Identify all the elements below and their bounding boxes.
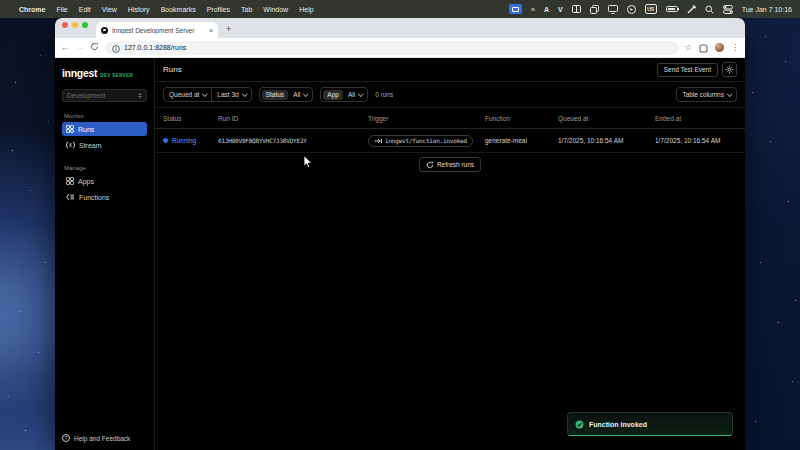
minimize-window-button[interactable]: [72, 22, 78, 28]
extensions-icon[interactable]: [699, 39, 708, 57]
back-button[interactable]: ←: [61, 43, 70, 52]
menu-bookmarks[interactable]: Bookmarks: [161, 6, 196, 13]
screen-share-indicator-icon[interactable]: [509, 4, 522, 14]
browser-menu-icon[interactable]: ⋮: [731, 43, 739, 52]
sidebar-item-apps[interactable]: Apps: [62, 174, 147, 188]
col-run-id: Run ID: [218, 115, 368, 122]
inngest-app: inngest DEV SERVER Development Monitor R…: [55, 58, 745, 450]
chevron-down-icon: [727, 91, 733, 97]
chevron-down-icon: [303, 91, 309, 97]
toast-notification: Function invoked: [567, 412, 733, 436]
spotlight-search-icon[interactable]: [705, 4, 714, 14]
sidebar-item-label: Functions: [79, 194, 109, 201]
menu-edit[interactable]: Edit: [79, 6, 91, 13]
menu-view[interactable]: View: [102, 6, 117, 13]
refresh-runs-button[interactable]: Refresh runs: [419, 157, 481, 172]
chevron-down-icon: [358, 91, 364, 97]
runs-icon: [66, 125, 74, 133]
run-status-label: Running: [172, 137, 196, 144]
status-filter-dropdown[interactable]: All: [288, 88, 312, 101]
battery-icon[interactable]: [666, 6, 678, 12]
page-title: Runs: [163, 65, 182, 74]
menu-history[interactable]: History: [128, 6, 150, 13]
help-icon: ?: [62, 434, 70, 442]
clipboard-icon[interactable]: [590, 4, 599, 14]
refresh-runs-label: Refresh runs: [437, 161, 474, 168]
time-filter-group: Queued at Last 3d: [163, 87, 252, 102]
status-filter-value: All: [293, 91, 300, 98]
site-info-icon[interactable]: [112, 39, 120, 57]
input-source-icon[interactable]: US: [645, 4, 657, 14]
app-filter-label: App: [323, 90, 343, 100]
browser-tab[interactable]: Inngest Development Server ×: [96, 22, 218, 38]
sidebar-item-label: Stream: [79, 142, 102, 149]
menubar-clock[interactable]: Tue Jan 7 10:16: [742, 6, 792, 13]
menu-profiles[interactable]: Profiles: [207, 6, 230, 13]
table-row[interactable]: Running 01JH00V0FBQ8YVHC7J38VDYE2Y innge…: [155, 129, 745, 153]
app-filter-group[interactable]: App All: [320, 87, 368, 102]
chevrons-menu-icon[interactable]: »: [531, 4, 535, 14]
col-status: Status: [163, 115, 218, 122]
control-center-icon[interactable]: [723, 4, 733, 14]
time-range-dropdown[interactable]: Last 3d: [211, 88, 250, 101]
chevron-down-icon: [202, 91, 208, 97]
table-columns-dropdown[interactable]: Table columns: [676, 87, 737, 102]
menu-chrome[interactable]: Chrome: [19, 6, 45, 13]
chrome-window: Inngest Development Server × + ← → 127.0…: [55, 18, 745, 450]
window-tiling-icon[interactable]: [572, 4, 581, 14]
zoom-window-button[interactable]: [82, 22, 88, 28]
sidebar-item-label: Apps: [78, 178, 94, 185]
menu-tab[interactable]: Tab: [241, 6, 252, 13]
run-id: 01JH00V0FBQ8YVHC7J38VDYE2Y: [218, 137, 368, 144]
success-check-icon: [575, 420, 584, 429]
menu-file[interactable]: File: [56, 6, 67, 13]
macos-menubar: Chrome File Edit View History Bookmarks …: [0, 0, 800, 18]
send-test-event-button[interactable]: Send Test Event: [657, 63, 718, 77]
time-field-value: Queued at: [169, 91, 199, 98]
trigger-name: inngest/function.invoked: [385, 137, 467, 144]
menu-window[interactable]: Window: [263, 6, 288, 13]
close-window-button[interactable]: [62, 22, 68, 28]
apps-icon: [66, 177, 74, 185]
trigger-badge[interactable]: inngest/function.invoked: [368, 135, 473, 147]
gear-icon: [725, 65, 734, 74]
time-field-dropdown[interactable]: Queued at: [164, 88, 211, 101]
forward-button[interactable]: →: [76, 43, 85, 52]
event-trigger-icon: [374, 138, 382, 144]
display-icon[interactable]: [608, 4, 618, 14]
environment-select[interactable]: Development: [62, 89, 147, 102]
page-header: Runs Send Test Event: [155, 58, 745, 82]
bookmark-star-icon[interactable]: ☆: [685, 43, 692, 52]
filter-bar: Queued at Last 3d Status All: [155, 82, 745, 108]
app-filter-dropdown[interactable]: All: [343, 88, 367, 101]
ended-at-value: 1/7/2025, 10:16:54 AM: [655, 137, 745, 144]
app-v-icon[interactable]: V: [558, 4, 563, 14]
tool-icon[interactable]: [687, 4, 696, 14]
manage-section-label: Manage: [64, 165, 145, 171]
status-filter-group[interactable]: Status All: [259, 87, 314, 102]
col-trigger: Trigger: [368, 115, 485, 122]
screen-recording-icon[interactable]: [627, 4, 636, 14]
app-a-icon[interactable]: A: [544, 4, 549, 14]
url-bar[interactable]: 127.0.0.1:8288/runs: [105, 41, 679, 55]
tab-close-icon[interactable]: ×: [209, 27, 213, 34]
refresh-icon: [426, 161, 434, 169]
help-and-feedback[interactable]: ? Help and Feedback: [62, 434, 147, 442]
reload-button[interactable]: [90, 42, 99, 53]
sidebar-item-stream[interactable]: Stream: [62, 138, 147, 152]
new-tab-button[interactable]: +: [226, 24, 231, 38]
profile-avatar[interactable]: [715, 43, 724, 52]
function-name[interactable]: generate-meal: [485, 137, 558, 144]
menu-help[interactable]: Help: [299, 6, 313, 13]
dev-server-badge: DEV SERVER: [100, 73, 133, 78]
sidebar-item-runs[interactable]: Runs: [62, 122, 147, 136]
updown-chevron-icon: [138, 93, 142, 98]
status-dot-icon: [163, 138, 168, 143]
sidebar-item-label: Runs: [78, 126, 94, 133]
help-label: Help and Feedback: [74, 435, 130, 442]
sidebar-item-functions[interactable]: Functions: [62, 190, 147, 204]
runs-count: 0 runs: [375, 91, 393, 98]
inngest-favicon: [101, 27, 108, 34]
settings-gear-button[interactable]: [722, 62, 737, 77]
environment-select-value: Development: [67, 92, 105, 99]
